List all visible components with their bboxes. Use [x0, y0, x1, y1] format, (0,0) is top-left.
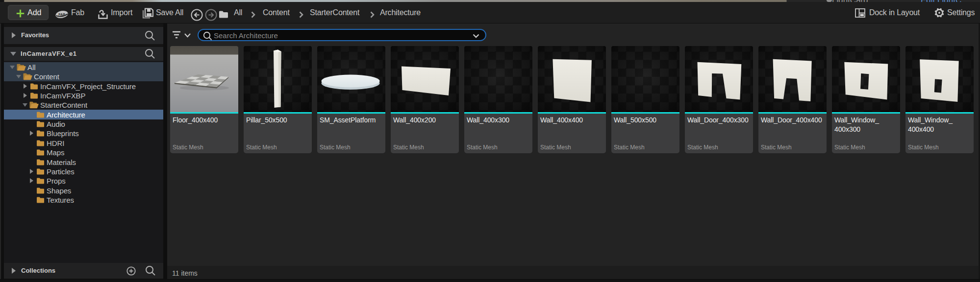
svg-text:FAB: FAB: [58, 13, 65, 16]
